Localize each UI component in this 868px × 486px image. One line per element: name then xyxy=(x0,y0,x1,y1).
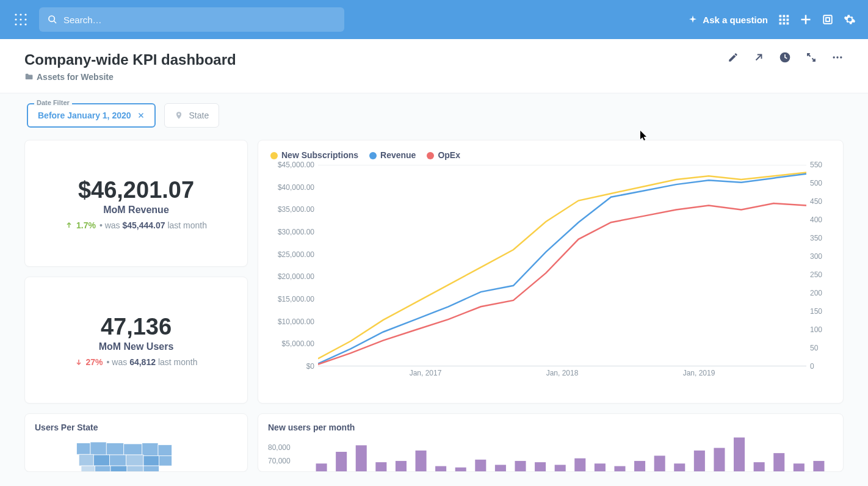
filter-date[interactable]: Date Filter Before January 1, 2020 xyxy=(27,103,156,128)
search-input[interactable] xyxy=(63,15,336,25)
svg-point-2 xyxy=(24,13,26,15)
ask-question-link[interactable]: Ask a question xyxy=(688,15,768,25)
close-icon[interactable] xyxy=(137,112,145,119)
svg-rect-57 xyxy=(416,451,427,471)
svg-rect-64 xyxy=(555,465,566,471)
svg-point-30 xyxy=(840,56,842,58)
svg-rect-35 xyxy=(77,443,91,455)
main-chart-card[interactable]: New Subscriptions Revenue OpEx $45,000.0… xyxy=(258,140,844,404)
svg-rect-11 xyxy=(779,15,782,18)
filter-date-label: Date Filter xyxy=(34,99,72,106)
legend-subs: New Subscriptions xyxy=(281,150,358,160)
svg-point-9 xyxy=(49,16,54,21)
svg-rect-18 xyxy=(783,23,786,25)
filter-state[interactable]: State xyxy=(164,103,220,128)
search-box[interactable] xyxy=(39,7,344,32)
app-logo[interactable] xyxy=(12,11,29,28)
svg-rect-61 xyxy=(495,465,506,471)
svg-rect-63 xyxy=(535,462,546,471)
svg-point-7 xyxy=(20,23,21,25)
svg-rect-36 xyxy=(90,442,106,455)
stat-revenue-value: $46,201.07 xyxy=(78,177,194,203)
svg-rect-19 xyxy=(787,23,789,25)
svg-rect-47 xyxy=(81,466,95,472)
svg-rect-42 xyxy=(93,455,109,466)
svg-point-1 xyxy=(20,13,21,15)
svg-line-10 xyxy=(54,21,56,23)
svg-rect-76 xyxy=(794,463,805,471)
clock-icon[interactable] xyxy=(779,51,791,63)
filter-state-label: State xyxy=(189,111,209,120)
breadcrumb-label: Assets for Website xyxy=(37,72,114,82)
svg-rect-40 xyxy=(158,445,172,456)
filter-date-value: Before January 1, 2020 xyxy=(38,111,131,120)
svg-point-8 xyxy=(24,23,26,25)
legend-opex: OpEx xyxy=(438,150,460,160)
svg-rect-56 xyxy=(396,461,407,471)
header-actions xyxy=(728,51,844,63)
svg-point-6 xyxy=(15,23,16,25)
svg-rect-14 xyxy=(779,19,782,21)
users-per-state-card[interactable]: Users Per State xyxy=(24,413,248,472)
svg-rect-49 xyxy=(110,466,127,472)
svg-rect-52 xyxy=(316,463,327,471)
svg-rect-37 xyxy=(106,443,124,455)
bar-y-tick: 70,000 xyxy=(268,454,291,468)
fullscreen-icon[interactable] xyxy=(806,52,817,63)
svg-rect-62 xyxy=(515,461,526,471)
pin-icon xyxy=(175,111,183,120)
chart-legend: New Subscriptions Revenue OpEx xyxy=(270,150,831,160)
svg-rect-38 xyxy=(124,444,142,455)
apps-grid-icon[interactable] xyxy=(778,13,790,26)
breadcrumb[interactable]: Assets for Website xyxy=(24,72,728,82)
svg-point-4 xyxy=(20,18,21,20)
svg-rect-73 xyxy=(734,438,745,471)
svg-rect-51 xyxy=(143,466,159,472)
svg-rect-54 xyxy=(356,445,367,471)
svg-point-3 xyxy=(15,18,16,20)
svg-rect-23 xyxy=(826,18,830,21)
svg-rect-15 xyxy=(783,19,786,21)
svg-rect-59 xyxy=(455,468,466,471)
pencil-icon[interactable] xyxy=(728,52,739,63)
svg-rect-53 xyxy=(336,452,347,471)
dashboard-header: Company-wide KPI dashboard Assets for We… xyxy=(0,39,868,93)
svg-rect-69 xyxy=(654,455,665,471)
archive-icon[interactable] xyxy=(822,13,834,26)
new-users-bar-card[interactable]: New users per month 80,000 70,000 xyxy=(258,413,844,472)
arrow-up-icon xyxy=(65,222,73,229)
svg-rect-66 xyxy=(595,463,606,471)
share-icon[interactable] xyxy=(753,52,764,63)
search-icon xyxy=(48,15,57,24)
gear-icon[interactable] xyxy=(844,13,856,26)
stat-users-value: 47,136 xyxy=(101,314,172,340)
svg-point-0 xyxy=(15,13,16,15)
svg-point-5 xyxy=(24,18,26,20)
svg-rect-16 xyxy=(787,19,789,21)
svg-rect-68 xyxy=(634,461,645,471)
map-card-title: Users Per State xyxy=(25,414,247,435)
stat-users-card[interactable]: 47,136 MoM New Users 27% • was 64,812 la… xyxy=(24,277,248,404)
plus-icon[interactable] xyxy=(800,13,812,26)
svg-rect-13 xyxy=(787,15,789,18)
arrow-down-icon xyxy=(75,358,82,366)
bar-card-title: New users per month xyxy=(258,414,843,435)
svg-line-24 xyxy=(756,55,762,60)
sparkle-icon xyxy=(688,15,698,24)
svg-rect-50 xyxy=(127,466,143,472)
svg-rect-45 xyxy=(143,456,159,466)
svg-rect-17 xyxy=(779,23,782,25)
svg-point-28 xyxy=(833,56,835,58)
svg-rect-74 xyxy=(754,462,765,471)
stat-revenue-card[interactable]: $46,201.07 MoM Revenue 1.7% • was $45,44… xyxy=(24,140,248,267)
stat-users-delta: 27% xyxy=(86,357,103,367)
svg-rect-48 xyxy=(95,466,111,472)
page-title: Company-wide KPI dashboard xyxy=(24,51,728,68)
more-icon[interactable] xyxy=(831,51,844,63)
svg-rect-39 xyxy=(142,443,158,456)
us-map-icon xyxy=(35,438,237,472)
ask-question-label: Ask a question xyxy=(703,15,768,25)
svg-rect-67 xyxy=(614,466,625,471)
filter-bar: Date Filter Before January 1, 2020 State xyxy=(0,93,868,130)
chart-plot-area: $45,000.00$40,000.00$35,000.00$30,000.00… xyxy=(270,165,831,385)
